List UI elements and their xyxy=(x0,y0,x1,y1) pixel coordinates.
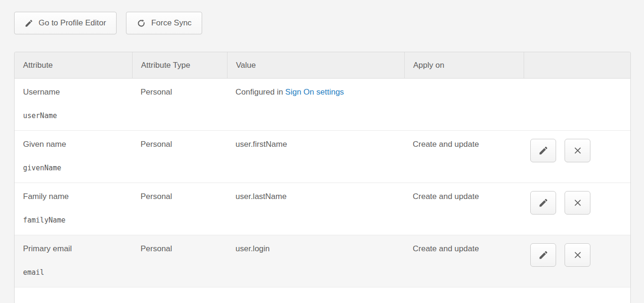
attribute-cell: Primary email email xyxy=(15,235,132,287)
column-header-apply-on: Apply on xyxy=(404,52,524,78)
remove-attribute-button[interactable] xyxy=(565,243,590,267)
attribute-type-cell: Personal xyxy=(132,79,227,130)
actions-cell xyxy=(524,235,630,287)
remove-attribute-button[interactable] xyxy=(565,139,590,162)
attribute-variable-name: givenName xyxy=(23,163,124,173)
sign-on-settings-link[interactable]: Sign On settings xyxy=(285,88,344,96)
attribute-display-name: Primary email xyxy=(23,244,124,254)
value-cell: user.lastName xyxy=(227,183,404,235)
apply-on-cell: Create and update xyxy=(404,131,524,183)
value-text: Configured in xyxy=(236,88,285,96)
value-cell: user.login xyxy=(227,235,404,287)
attribute-cell: Family name familyName xyxy=(15,183,132,235)
table-header: Attribute Attribute Type Value Apply on xyxy=(15,52,630,79)
attribute-variable-name: email xyxy=(23,267,124,278)
x-icon xyxy=(573,250,582,260)
x-icon xyxy=(573,146,582,155)
remove-attribute-button[interactable] xyxy=(565,191,590,215)
table-row-partial xyxy=(15,287,630,303)
go-to-profile-editor-button[interactable]: Go to Profile Editor xyxy=(14,12,117,34)
table-row-primary-email: Primary email email Personal user.login … xyxy=(15,235,630,287)
actions-cell xyxy=(524,79,630,130)
column-header-attribute: Attribute xyxy=(15,52,132,78)
attribute-display-name: Username xyxy=(23,87,124,97)
attribute-variable-name: userName xyxy=(23,111,124,121)
attribute-type-cell: Personal xyxy=(132,183,227,235)
table-row-given-name: Given name givenName Personal user.first… xyxy=(15,131,630,183)
edit-attribute-button[interactable] xyxy=(530,139,556,162)
table-row-username: Username userName Personal Configured in… xyxy=(15,79,630,131)
button-label: Force Sync xyxy=(151,18,192,28)
table-row-family-name: Family name familyName Personal user.las… xyxy=(15,183,630,235)
attribute-cell: Given name givenName xyxy=(15,131,132,183)
actions-cell xyxy=(524,131,630,183)
attribute-variable-name: familyName xyxy=(23,215,124,225)
attribute-display-name: Given name xyxy=(23,139,124,150)
refresh-icon xyxy=(136,18,146,28)
button-label: Go to Profile Editor xyxy=(39,18,106,28)
edit-attribute-button[interactable] xyxy=(530,243,556,267)
value-cell: user.firstName xyxy=(227,131,404,183)
apply-on-cell xyxy=(404,79,524,130)
column-header-attribute-type: Attribute Type xyxy=(132,52,227,78)
force-sync-button[interactable]: Force Sync xyxy=(126,12,202,34)
actions-cell xyxy=(524,183,630,235)
toolbar: Go to Profile Editor Force Sync xyxy=(14,12,202,34)
value-cell: Configured in Sign On settings xyxy=(227,79,404,130)
pencil-icon xyxy=(538,198,549,208)
edit-attribute-button[interactable] xyxy=(530,191,556,215)
column-header-value: Value xyxy=(227,52,404,78)
attribute-cell: Username userName xyxy=(15,79,132,130)
app-mappings-page: Go to Profile Editor Force Sync Attribut… xyxy=(0,0,644,303)
pencil-icon xyxy=(538,145,549,156)
pencil-icon xyxy=(538,250,549,260)
attribute-type-cell: Personal xyxy=(132,131,227,183)
x-icon xyxy=(573,198,582,207)
attribute-display-name: Family name xyxy=(23,191,124,202)
attribute-mappings-table: Attribute Attribute Type Value Apply on … xyxy=(14,52,631,303)
column-header-actions xyxy=(524,52,630,78)
apply-on-cell: Create and update xyxy=(404,183,524,235)
apply-on-cell: Create and update xyxy=(404,235,524,287)
pencil-icon xyxy=(24,19,33,28)
attribute-type-cell: Personal xyxy=(132,235,227,287)
